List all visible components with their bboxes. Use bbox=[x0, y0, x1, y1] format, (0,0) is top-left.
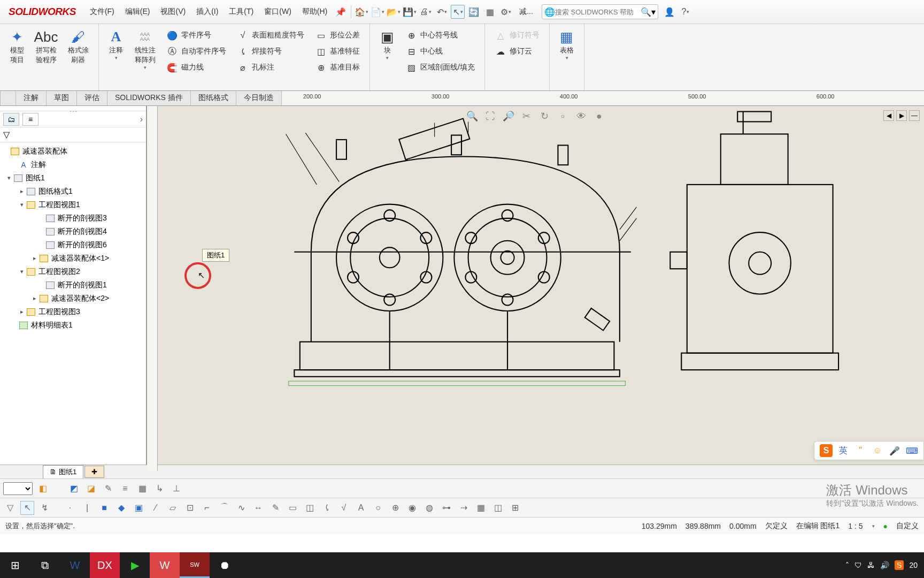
tree-view2[interactable]: ▾工程图视图2 bbox=[0, 265, 146, 278]
surface-finish-button[interactable]: √表面粗糙度符号 bbox=[234, 27, 307, 43]
media-app[interactable]: ▶ bbox=[120, 552, 150, 578]
block-button[interactable]: ▣ 块 ▾ bbox=[374, 26, 400, 63]
options-icon[interactable]: ⚙▾ bbox=[499, 5, 513, 19]
weld-symbol-button[interactable]: ⤹焊接符号 bbox=[234, 43, 307, 59]
menu-view[interactable]: 视图(V) bbox=[155, 4, 191, 20]
grid-icon[interactable]: ▦ bbox=[483, 5, 497, 19]
ime-keyboard-icon[interactable]: ⌨ bbox=[905, 444, 918, 457]
block-filter-icon[interactable]: ▦ bbox=[474, 501, 488, 515]
part-icon[interactable]: ◧ bbox=[36, 482, 50, 496]
tray-network-icon[interactable]: 🖧 bbox=[867, 561, 875, 569]
datum-feature-button[interactable]: ◫基准特征 bbox=[312, 43, 363, 59]
misc1-icon[interactable]: ◫ bbox=[491, 501, 505, 515]
status-custom[interactable]: 自定义 bbox=[896, 521, 919, 531]
centerline-filter-icon[interactable]: ⊕ bbox=[388, 501, 402, 515]
lines-icon[interactable]: ≡ bbox=[118, 482, 132, 496]
text-filter-icon[interactable]: A bbox=[354, 501, 368, 515]
tree-asm1[interactable]: ▸减速器装配体<1> bbox=[0, 252, 146, 265]
tree-section4[interactable]: 断开的剖视图4 bbox=[0, 225, 146, 238]
traffic-light-icon[interactable]: ● bbox=[883, 522, 888, 530]
ime-voice-icon[interactable]: 🎤 bbox=[888, 444, 901, 457]
add-sheet-button[interactable]: ✚ bbox=[84, 466, 104, 478]
display-style-icon[interactable]: ▫ bbox=[556, 109, 570, 123]
datum-target-button[interactable]: ⊕基准目标 bbox=[312, 59, 363, 75]
sheet1-tab[interactable]: 🗎 图纸1 bbox=[43, 465, 83, 479]
tray-time[interactable]: 20 bbox=[909, 561, 918, 569]
note-icon[interactable]: ✎ bbox=[268, 501, 282, 515]
misc2-icon[interactable]: ⊞ bbox=[508, 501, 522, 515]
menu-edit[interactable]: 编辑(E) bbox=[120, 4, 156, 20]
tree-annotations[interactable]: A注解 bbox=[0, 158, 146, 171]
zoom-prev-icon[interactable]: 🔎 bbox=[502, 109, 515, 123]
centerline-button[interactable]: ⊟中心线 bbox=[402, 43, 478, 59]
spline-icon[interactable]: ∿ bbox=[234, 501, 248, 515]
undo-icon[interactable]: ↶▾ bbox=[435, 5, 449, 19]
search-input[interactable] bbox=[555, 8, 641, 16]
section-view-icon[interactable]: ✂ bbox=[520, 109, 534, 123]
format-painter-button[interactable]: 🖌 格式涂刷器 bbox=[62, 26, 94, 67]
grid2-icon[interactable]: ▦ bbox=[135, 482, 149, 496]
tree-section3[interactable]: 断开的剖视图3 bbox=[0, 211, 146, 225]
point-icon[interactable]: · bbox=[63, 501, 77, 515]
start-button[interactable]: ⊞ bbox=[0, 552, 30, 578]
pushpin-icon[interactable]: 📌 bbox=[334, 5, 348, 19]
tab-sketch[interactable]: 草图 bbox=[47, 91, 77, 105]
sketch-point-icon[interactable]: ⊡ bbox=[183, 501, 197, 515]
tray-chevron-icon[interactable]: ˄ bbox=[845, 561, 849, 569]
lasso-icon[interactable]: ↯ bbox=[37, 501, 51, 515]
ime-lang[interactable]: 英 bbox=[837, 444, 850, 457]
sketch-line-icon[interactable]: ⌐ bbox=[200, 501, 214, 515]
sf-filter-icon[interactable]: √ bbox=[337, 501, 351, 515]
new-icon[interactable]: 📄▾ bbox=[371, 5, 384, 19]
tree-sheet1[interactable]: ▾图纸1 bbox=[0, 171, 146, 185]
ime-emoji-icon[interactable]: ☺ bbox=[871, 444, 884, 457]
tree-bom[interactable]: 材料明细表1 bbox=[0, 318, 146, 332]
save-icon[interactable]: 💾▾ bbox=[403, 5, 417, 19]
arc-icon[interactable]: ⌒ bbox=[217, 501, 231, 515]
tab-today-manufacture[interactable]: 今日制造 bbox=[236, 91, 282, 105]
face-icon[interactable]: ■ bbox=[97, 501, 111, 515]
chart-icon[interactable]: ⊥ bbox=[170, 482, 183, 496]
spell-check-button[interactable]: Abc 拼写检验程序 bbox=[30, 26, 62, 67]
menu-help[interactable]: 帮助(H) bbox=[297, 4, 333, 20]
task-view-button[interactable]: ⧉ bbox=[30, 552, 60, 578]
rotate-view-icon[interactable]: ↻ bbox=[538, 109, 552, 123]
rebuild-icon[interactable]: 🔄 bbox=[467, 5, 481, 19]
ime-punct-icon[interactable]: " bbox=[854, 444, 867, 457]
connection-icon[interactable]: ⊶ bbox=[440, 501, 453, 515]
magnetic-line-button[interactable]: 🧲磁力线 bbox=[163, 59, 229, 75]
user-icon[interactable]: 👤 bbox=[663, 5, 676, 19]
tray-sogou-icon[interactable]: S bbox=[895, 560, 904, 570]
status-scale[interactable]: 1 : 5 bbox=[848, 522, 863, 530]
leader-icon[interactable]: ↳ bbox=[152, 482, 166, 496]
recorder-app[interactable]: ⏺ bbox=[210, 552, 240, 578]
drawing-canvas[interactable]: 🔍 ⛶ 🔎 ✂ ↻ ▫ 👁 ● ◀ ▶ — bbox=[147, 106, 924, 471]
menu-window[interactable]: 窗口(W) bbox=[259, 4, 297, 20]
select-icon[interactable]: ↖▾ bbox=[451, 5, 465, 19]
tab-sheet-format[interactable]: 图纸格式 bbox=[191, 91, 236, 105]
tray-shield-icon[interactable]: 🛡 bbox=[854, 561, 862, 569]
center-mark-button[interactable]: ⊕中心符号线 bbox=[402, 27, 478, 43]
cosmetic-thread-icon[interactable]: ◍ bbox=[422, 501, 436, 515]
body-icon[interactable]: ▣ bbox=[132, 501, 145, 515]
menu-file[interactable]: 文件(F) bbox=[84, 4, 120, 20]
solid-icon[interactable]: ◆ bbox=[114, 501, 128, 515]
tab-plugins[interactable]: SOLIDWORKS 插件 bbox=[107, 91, 191, 105]
model-item-button[interactable]: ✦ 模型项目 bbox=[4, 26, 30, 67]
balloon-filter-icon[interactable]: ○ bbox=[371, 501, 385, 515]
panel-grip[interactable]: ⋯ bbox=[0, 106, 146, 111]
plane-icon[interactable]: ▱ bbox=[166, 501, 180, 515]
select-filter-icon[interactable]: ▽ bbox=[3, 501, 17, 515]
vertical-icon[interactable]: | bbox=[80, 501, 94, 515]
dim-icon[interactable]: ↔ bbox=[251, 501, 265, 515]
filter-row[interactable]: ▽ bbox=[0, 127, 146, 142]
arrow-icon[interactable]: ↖ bbox=[20, 501, 34, 515]
ime-bar[interactable]: S 英 " ☺ 🎤 ⌨ bbox=[814, 441, 924, 460]
home-icon[interactable]: 🏠▾ bbox=[355, 5, 368, 19]
annotation-button[interactable]: A 注释 ▾ bbox=[103, 26, 129, 63]
route-icon[interactable]: ⇢ bbox=[457, 501, 471, 515]
isometric-icon[interactable]: ◩ bbox=[67, 482, 81, 496]
word-app[interactable]: W bbox=[60, 552, 90, 578]
hide-show-icon[interactable]: 👁 bbox=[574, 109, 588, 123]
weld-filter-icon[interactable]: ⤹ bbox=[320, 501, 334, 515]
